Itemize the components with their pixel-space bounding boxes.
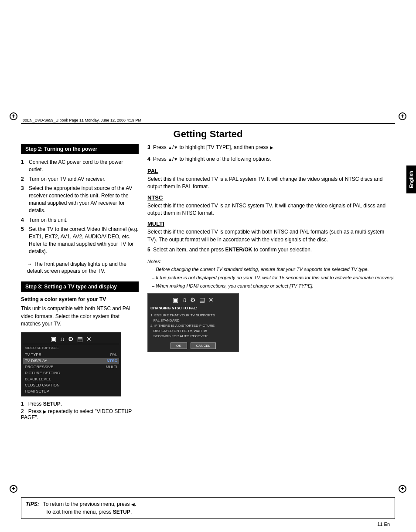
tips-setup-bold: SETUP <box>113 509 130 515</box>
setup-row-progressive: PROGRESSIVE MULTI <box>23 364 119 370</box>
setup-row-hdmi: HDMI SETUP <box>23 388 119 394</box>
list-num: 4 <box>21 217 27 224</box>
item-3-text: Press / to highlight [TV TYPE], and then… <box>153 144 275 150</box>
setup-row-caption: CLOSED CAPTION <box>23 382 119 388</box>
ntsc-line: PAL STANDARD. <box>150 318 236 323</box>
right-column: 3 Press / to highlight [TV TYPE], and th… <box>147 144 395 484</box>
tips-label: TIPS: <box>26 501 39 507</box>
enter-ok-bold: ENTER/OK <box>225 247 252 253</box>
list-text: Turn on your TV and AV receiver. <box>29 176 106 183</box>
list-text: Turn on this unit. <box>29 217 68 224</box>
setup-row-tvdisplay: TV DISPLAY NTSC <box>23 358 119 364</box>
option-multi-heading: MULTI <box>147 220 395 227</box>
option-ntsc-heading: NTSC <box>147 194 395 201</box>
down-arrow-icon2 <box>174 157 178 162</box>
setup-row-picture: PICTURE SETTING <box>23 370 119 376</box>
up-arrow-icon2 <box>168 157 172 162</box>
list-num: 2 <box>21 176 27 183</box>
setup-row-label: BLACK LEVEL <box>25 377 51 381</box>
notes-section: Notes: Before changing the current TV st… <box>147 258 395 290</box>
list-item: 4 Turn on this unit. <box>21 217 139 224</box>
ntsc-icons-row: ▣ ♫ ⚙ ▤ ✕ <box>150 296 236 303</box>
option-pal-heading: PAL <box>147 168 395 174</box>
ntsc-line: SECONDS FOR AUTO RECOVER. <box>150 334 236 339</box>
reg-mark-bl <box>10 485 17 493</box>
ok-button[interactable]: OK <box>170 342 187 349</box>
page-title: Getting Started <box>0 129 416 140</box>
list-num: 1 <box>21 159 27 173</box>
setup-row-label: CLOSED CAPTION <box>25 383 60 387</box>
ntsc-icon-settings: ⚙ <box>190 296 196 303</box>
reg-mark-tr <box>399 112 406 120</box>
setup-icon-music: ♫ <box>60 335 65 342</box>
list-item: 2 Turn on your TV and AV receiver. <box>21 176 139 183</box>
right-arrow-icon <box>43 409 47 414</box>
note-item-2: If the picture is not displayed properly… <box>152 274 395 281</box>
ntsc-icon-music: ♫ <box>182 296 187 303</box>
right-item-4: 4 Press / to highlight one of the follow… <box>147 156 395 163</box>
press-setup-line2: 2 Press repeatedly to select "VIDEO SETU… <box>21 408 139 420</box>
ntsc-line: 1. ENSURE THAT YOUR TV SUPPORTS <box>150 313 236 318</box>
down-arrow-icon <box>174 145 178 150</box>
note-item-3: When making HDMI connections, you cannot… <box>152 283 395 290</box>
ntsc-line: DISPLAYED ON THE TV, WAIT 15 <box>150 329 236 334</box>
setup-page-label: VIDEO SETUP PAGE <box>23 346 119 350</box>
setup-row-label: PROGRESSIVE <box>25 365 54 369</box>
main-content: Step 2: Turning on the power 1 Connect t… <box>21 144 395 484</box>
setup-row-tvtype: TV TYPE PAL <box>23 352 119 358</box>
ntsc-icon-page: ▣ <box>173 296 178 303</box>
press-setup-period: . <box>61 401 62 407</box>
list-num: 3 <box>21 185 27 214</box>
setup-row-label: PICTURE SETTING <box>25 371 60 375</box>
list-text: Select the appropriate input source of t… <box>29 185 139 214</box>
press-2-num: 2 Press <box>21 408 43 414</box>
right-item-3: 3 Press / to highlight [TV TYPE], and th… <box>147 144 395 151</box>
up-arrow-icon <box>168 145 172 150</box>
arrow-note: The front panel display lights up and th… <box>27 261 139 275</box>
left-column: Step 2: Turning on the power 1 Connect t… <box>21 144 139 484</box>
list-item: 3 Select the appropriate input source of… <box>21 185 139 214</box>
step3-sub-heading: Setting a color system for your TV <box>21 296 139 302</box>
setup-mockup: ▣ ♫ ⚙ ▤ ✕ VIDEO SETUP PAGE TV TYPE PAL T… <box>21 332 121 396</box>
list-text: Set the TV to the correct Video IN chann… <box>29 226 139 255</box>
step2-list: 1 Connect the AC power cord to the power… <box>21 159 139 255</box>
left-arrow-icon <box>131 502 135 507</box>
setup-row-black: BLACK LEVEL <box>23 376 119 382</box>
item-5-num: 5 <box>147 247 150 253</box>
setup-row-value: PAL <box>110 352 117 357</box>
setup-icon-close: ✕ <box>86 335 92 342</box>
file-info: 00EN_DVD-S659_U.book Page 11 Monday, Jun… <box>21 117 395 124</box>
option-pal-text: Select this if the connected TV is a PAL… <box>147 176 395 191</box>
right-arrow-icon2 <box>270 145 273 150</box>
item-3-num: 3 <box>147 144 150 150</box>
setup-row-label: TV DISPLAY <box>25 359 47 363</box>
ntsc-mockup: ▣ ♫ ⚙ ▤ ✕ CHANGING NTSC TO PAL: 1. ENSUR… <box>147 293 239 352</box>
reg-mark-tl <box>10 112 17 120</box>
setup-row-value: NTSC <box>107 359 118 363</box>
setup-row-value: MULTI <box>106 365 117 369</box>
press-setup-text1: 1 Press <box>21 401 43 407</box>
note-item-1: Before changing the current TV standard … <box>152 266 395 273</box>
setup-row-label: HDMI SETUP <box>25 389 49 393</box>
press-setup-line1: 1 Press SETUP. <box>21 401 139 407</box>
page-number: 11 En <box>377 522 390 527</box>
option-multi-text: Select this if the connected TV is compa… <box>147 228 395 244</box>
ntsc-line: 2. IF THERE IS A DISTORTED PICTURE <box>150 323 236 329</box>
setup-row-label: TV TYPE <box>25 352 41 357</box>
tips-box: TIPS: To return to the previous menu, pr… <box>21 497 395 519</box>
setup-bold: SETUP <box>43 401 61 407</box>
ntsc-icon-connect: ▤ <box>199 296 205 303</box>
tips-text2: To exit from the menu, press SETUP. <box>45 509 132 515</box>
item-4-num: 4 <box>147 156 150 162</box>
english-tab: English <box>406 166 416 193</box>
list-num: 5 <box>21 226 27 255</box>
setup-icon-settings: ⚙ <box>68 335 74 342</box>
list-text: Connect the AC power cord to the power o… <box>29 159 139 173</box>
ntsc-body: 1. ENSURE THAT YOUR TV SUPPORTS PAL STAN… <box>150 313 236 339</box>
setup-icon-page: ▣ <box>51 335 56 342</box>
reg-mark-br <box>399 485 406 493</box>
cancel-button[interactable]: CANCEL <box>191 342 216 349</box>
step3-header: Step 3: Setting a TV type and display <box>21 281 139 292</box>
notes-label: Notes: <box>147 258 395 265</box>
right-item-5: 5 Select an item, and then press ENTER/O… <box>147 246 395 254</box>
